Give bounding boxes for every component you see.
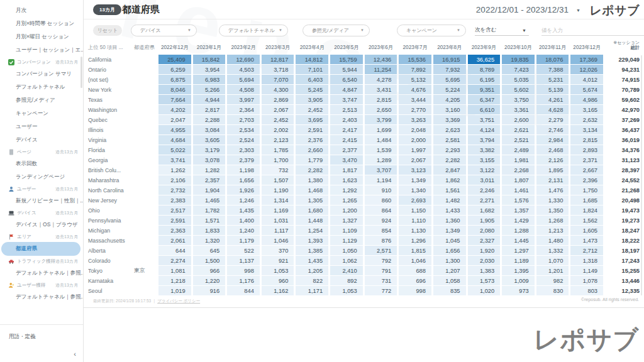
heat-cell: 1,539 xyxy=(365,145,397,155)
footer-separator: ｜ xyxy=(152,299,157,303)
page-icon xyxy=(8,149,14,155)
sidebar-item[interactable]: デフォルトチャネル｜参照... xyxy=(0,290,83,304)
heat-cell: 2,383 xyxy=(158,195,191,205)
heat-cell: 1,833 xyxy=(193,226,226,235)
heat-cell: 1,429 xyxy=(502,216,535,225)
filter-dropdown-source-media[interactable]: 参照元/メディア ▼ xyxy=(303,25,370,36)
heat-cell: 2,712 xyxy=(570,246,603,255)
sidebar-collapse-icon[interactable]: ‹ xyxy=(74,350,76,358)
heat-cell: 3,078 xyxy=(193,155,226,165)
table-scrollbar[interactable] xyxy=(641,55,642,295)
heat-cell: 1,779 xyxy=(296,155,328,165)
filter-dropdown-device[interactable]: デバイス ▼ xyxy=(131,25,197,36)
heat-cell: 18,076 xyxy=(536,55,569,64)
heat-cell: 2,417 xyxy=(330,125,363,134)
heat-cell: 5,132 xyxy=(399,75,431,84)
sidebar-section-period: 過去13カ月 xyxy=(55,234,78,240)
sidebar-item[interactable]: デフォルトチャネル xyxy=(0,80,83,94)
heat-cell: 6,195 xyxy=(468,75,501,84)
heat-cell: 1,685 xyxy=(570,195,603,205)
sidebar-item[interactable]: デバイス xyxy=(0,133,83,146)
heat-cell: 4,205 xyxy=(433,95,466,104)
sidebar-item[interactable]: ランディングページ xyxy=(0,170,83,184)
heat-cell: 2,126 xyxy=(536,155,569,165)
row-total: 37,269 xyxy=(605,115,640,124)
heat-cell: 1,507 xyxy=(262,175,294,185)
row-label: Virginia xyxy=(88,135,132,145)
sidebar-section-label: トラフィック獲得 xyxy=(17,258,55,265)
heat-cell: 731 xyxy=(365,276,397,285)
sidebar-item[interactable]: 月別×時間帯 セッション xyxy=(0,17,83,30)
heat-cell: 1,904 xyxy=(193,185,226,195)
row-sublabel: 東京 xyxy=(134,266,157,275)
sidebar-item[interactable]: 新規／リピーター｜性別｜... xyxy=(0,194,83,207)
top-header-bar: 13カ月 都道府県 2022/12/01 - 2023/12/31 ▼ レポサブ xyxy=(84,0,644,19)
heat-cell: 1,200 xyxy=(330,206,363,215)
sidebar-item[interactable]: コンバージョン サマリ xyxy=(0,67,83,80)
heat-cell: 1,205 xyxy=(296,266,328,275)
chevron-down-icon[interactable]: ▼ xyxy=(576,8,580,13)
heat-cell: 1,576 xyxy=(502,195,535,205)
sidebar-item[interactable]: 表示回数 xyxy=(0,157,83,170)
heat-cell: 910 xyxy=(365,185,397,195)
filter-dropdown-campaign[interactable]: キャンペーン ▼ xyxy=(397,25,466,36)
last-updated-value: 最終更新日: 2024/1/28 16:17:53 xyxy=(93,299,151,303)
sidebar-item[interactable]: デバイス｜OS｜ブラウザ xyxy=(0,218,83,231)
sidebar-item[interactable]: ユーザー｜セッション｜エ... xyxy=(0,43,83,57)
sidebar-item-terms[interactable]: 用語・定義 xyxy=(0,325,83,341)
sidebar-item[interactable]: 月別×曜日 セッション xyxy=(0,30,83,43)
heat-cell: 3,179 xyxy=(193,145,226,155)
heat-cell: 1,130 xyxy=(399,226,431,235)
sidebar-item[interactable]: 参照元/メディア xyxy=(0,94,83,107)
heat-cell: 1,171 xyxy=(296,286,328,295)
row-sublabel xyxy=(134,85,157,94)
heat-cell: 1,149 xyxy=(570,266,603,275)
heat-cell: 3,794 xyxy=(468,135,501,145)
sidebar-item[interactable]: 月次 xyxy=(0,4,83,17)
heat-cell: 1,176 xyxy=(227,276,260,285)
sidebar-section-label: コンバージョン xyxy=(17,59,51,65)
heat-cell: 732 xyxy=(262,165,294,175)
sidebar-item[interactable]: デフォルトチャネル｜参照... xyxy=(0,266,83,280)
row-total: 19,273 xyxy=(605,216,640,225)
heat-cell: 3,905 xyxy=(296,95,328,104)
heat-cell: 1,385 xyxy=(296,246,328,255)
match-type-select[interactable]: 次を含む ▼ xyxy=(475,25,529,36)
row-sublabel xyxy=(134,226,157,235)
sidebar-item[interactable]: キャンペーン xyxy=(0,107,83,120)
heat-cell: 4,944 xyxy=(193,95,226,104)
sidebar-scrollbar[interactable] xyxy=(80,57,82,88)
filter-dropdown-label: デバイス xyxy=(140,27,161,34)
reset-button[interactable]: リセット xyxy=(93,25,122,36)
row-sublabel xyxy=(134,115,157,124)
heat-cell: 1,081 xyxy=(158,266,191,275)
filter-dropdown-default-channel[interactable]: デフォルトチャネル ▼ xyxy=(219,25,288,36)
heat-cell: 1,198 xyxy=(227,165,260,175)
column-header-top50[interactable]: 上位 50 項目 ... xyxy=(88,39,132,54)
sidebar-section-period: 過去13カ月 xyxy=(55,149,78,155)
heat-cell: 1,340 xyxy=(399,185,431,195)
row-label: Illinois xyxy=(88,125,132,134)
heat-cell: 1,500 xyxy=(193,256,226,265)
row-sublabel xyxy=(134,95,157,104)
heat-cell: 2,030 xyxy=(468,256,501,265)
heat-cell: 3,954 xyxy=(193,65,226,74)
sidebar-item-selected[interactable]: 都道府県 xyxy=(1,242,80,256)
heat-cell: 1,190 xyxy=(262,185,294,195)
row-label: California xyxy=(88,55,132,64)
period-badge: 13カ月 xyxy=(93,4,121,15)
filter-value-input[interactable] xyxy=(541,25,644,36)
sidebar-item[interactable]: ユーザー xyxy=(0,120,83,133)
heat-cell: 1,110 xyxy=(399,216,431,225)
privacy-policy-link[interactable]: プライバシー ポリシー xyxy=(157,299,200,303)
date-range-selector[interactable]: 2022/12/01 - 2023/12/31 xyxy=(476,5,569,14)
heat-cell: 1,400 xyxy=(227,216,260,225)
row-total: 34,376 xyxy=(605,145,640,155)
heat-cell: 1,448 xyxy=(296,216,328,225)
row-sublabel xyxy=(134,256,157,265)
row-sublabel xyxy=(134,276,157,285)
filter-dropdown-label: キャンペーン xyxy=(406,27,437,34)
sidebar-section-label: ユーザー獲得 xyxy=(17,282,45,288)
heat-cell: 5,035 xyxy=(502,75,535,84)
heat-cell: 2,274 xyxy=(158,256,191,265)
